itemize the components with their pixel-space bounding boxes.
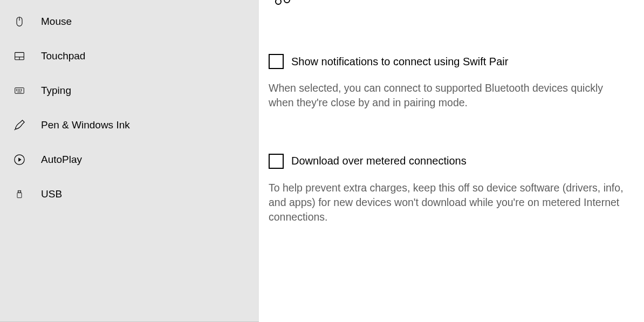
svg-rect-14 (17, 92, 22, 92)
svg-point-13 (21, 91, 22, 91)
sidebar-item-typing[interactable]: Typing (0, 73, 259, 108)
sidebar-item-label: Pen & Windows Ink (41, 119, 130, 131)
svg-point-11 (18, 91, 18, 91)
sidebar-item-mouse[interactable]: Mouse (0, 4, 259, 39)
keyboard-icon (13, 84, 26, 97)
settings-sidebar: Mouse Touchpad Typing (0, 0, 259, 322)
svg-point-8 (19, 89, 20, 90)
sidebar-item-touchpad[interactable]: Touchpad (0, 39, 259, 73)
autoplay-icon (13, 153, 26, 166)
checkbox-metered[interactable] (269, 154, 284, 169)
svg-point-12 (19, 91, 20, 91)
sidebar-item-label: AutoPlay (41, 154, 82, 166)
svg-point-7 (18, 89, 18, 90)
option-description: When selected, you can connect to suppor… (269, 81, 630, 111)
cropped-icon-fragment (274, 0, 296, 9)
sidebar-item-autoplay[interactable]: AutoPlay (0, 142, 259, 177)
sidebar-item-pen[interactable]: Pen & Windows Ink (0, 108, 259, 142)
sidebar-item-label: Mouse (41, 16, 72, 28)
sidebar-item-label: Touchpad (41, 50, 85, 62)
option-swift-pair: Show notifications to connect using Swif… (269, 54, 630, 111)
svg-rect-18 (17, 193, 22, 197)
checkbox-label: Download over metered connections (291, 155, 467, 167)
option-description: To help prevent extra charges, keep this… (269, 181, 630, 225)
sidebar-item-label: Typing (41, 85, 71, 97)
checkbox-row-metered[interactable]: Download over metered connections (269, 154, 630, 169)
checkbox-swift-pair[interactable] (269, 54, 284, 69)
sidebar-item-usb[interactable]: USB (0, 177, 259, 211)
mouse-icon (13, 15, 26, 28)
svg-point-6 (16, 89, 17, 90)
svg-point-21 (276, 0, 281, 4)
svg-point-22 (284, 0, 290, 3)
option-metered-download: Download over metered connections To hel… (269, 154, 630, 225)
svg-rect-17 (18, 190, 20, 193)
usb-icon (13, 188, 26, 201)
svg-point-9 (21, 89, 22, 90)
checkbox-row-swift-pair[interactable]: Show notifications to connect using Swif… (269, 54, 630, 69)
sidebar-item-label: USB (41, 188, 62, 200)
svg-marker-16 (18, 157, 22, 161)
touchpad-icon (13, 50, 26, 63)
svg-point-10 (16, 91, 17, 91)
pen-icon (13, 119, 26, 132)
settings-content: Show notifications to connect using Swif… (259, 0, 644, 322)
checkbox-label: Show notifications to connect using Swif… (291, 56, 508, 68)
